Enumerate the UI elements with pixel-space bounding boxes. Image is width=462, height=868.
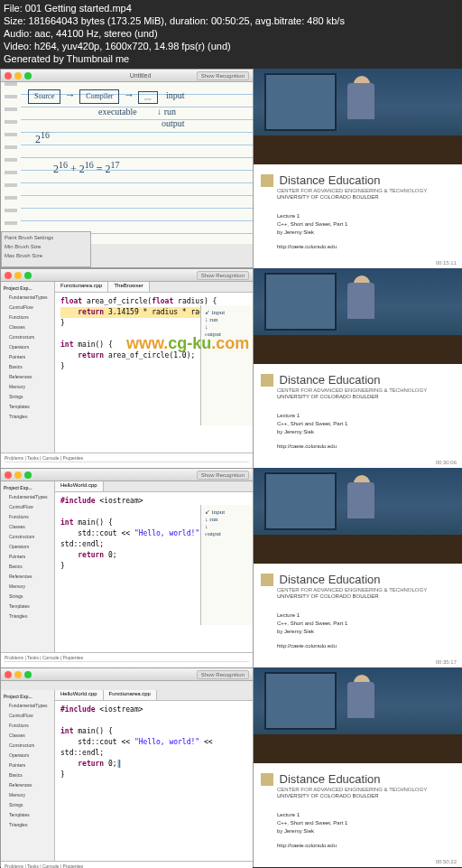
sidebar-item[interactable]: Templates <box>4 602 51 611</box>
project-explorer[interactable]: Project Exp... FundamentalTypes ControlF… <box>1 481 55 652</box>
sidebar-item[interactable]: Strings <box>4 392 51 402</box>
close-icon[interactable] <box>5 671 12 678</box>
close-icon[interactable] <box>5 471 12 479</box>
lecturer-body <box>347 83 374 119</box>
sidebar-item[interactable]: Memory <box>4 582 51 592</box>
sidebar-item[interactable]: Templates <box>4 402 51 412</box>
sidebar-item[interactable]: Memory <box>4 790 51 800</box>
sidebar-item[interactable]: Pointers <box>4 352 51 362</box>
sidebar-item[interactable]: Operators <box>4 751 51 761</box>
de-subtitle: CENTER FOR ADVANCED ENGINEERING & TECHNO… <box>277 787 455 792</box>
watermark: www.cg-ku.com <box>126 334 249 353</box>
sidebar-item[interactable]: Operators <box>4 342 51 352</box>
minimize-icon[interactable] <box>14 72 22 79</box>
sidebar-item[interactable]: Constructors <box>4 741 51 751</box>
sidebar-item[interactable]: Constructors <box>4 532 51 542</box>
code-editor[interactable]: HelloWorld.cpp #include <iostream> int m… <box>55 481 253 652</box>
notebook-canvas[interactable]: Source → Compiler → ⎯⎯ input executable … <box>1 82 253 244</box>
sidebar-item[interactable]: Functions <box>4 721 51 731</box>
sidebar-item[interactable]: Constructors <box>4 332 51 342</box>
podium-desk <box>254 535 462 564</box>
console-panel[interactable]: Problems | Tasks | Console | Properties … <box>1 861 253 868</box>
de-university: UNIVERSITY OF COLORADO BOULDER <box>277 194 455 200</box>
editor-tabs: Functionarea.cpp TheBrowser <box>55 282 253 293</box>
tab-functionarea[interactable]: Functionarea.cpp <box>104 690 157 700</box>
de-title: Distance Education <box>280 173 381 187</box>
show-recognition-button[interactable]: Show Recognition <box>197 471 249 480</box>
sidebar-item[interactable]: Triangles <box>4 820 51 830</box>
minimize-icon[interactable] <box>14 671 22 678</box>
sidebar-item[interactable]: ControlFlow <box>4 502 51 512</box>
close-icon[interactable] <box>5 272 12 279</box>
sidebar-item[interactable]: Functions <box>4 512 51 522</box>
maximize-icon[interactable] <box>24 72 32 79</box>
code-text[interactable]: #include <iostream> int main() { std::co… <box>55 701 253 784</box>
project-explorer[interactable]: Project Exp... FundamentalTypes ControlF… <box>1 282 55 453</box>
console-tabs[interactable]: Problems | Tasks | Console | Properties <box>5 863 249 868</box>
show-recognition-button[interactable]: Show Recognition <box>197 271 249 280</box>
show-recognition-button[interactable]: Show Recognition <box>197 71 249 80</box>
sidebar-item[interactable]: References <box>4 572 51 582</box>
window-title: Untitled <box>130 72 152 79</box>
editor-tabs: HelloWorld.cpp Functionarea.cpp <box>55 690 253 701</box>
sidebar-item[interactable]: Strings <box>4 592 51 602</box>
sidebar-item[interactable]: Pointers <box>4 761 51 770</box>
projector-screen <box>264 472 337 530</box>
sidebar-item[interactable]: FundamentalTypes <box>4 492 51 502</box>
minimize-icon[interactable] <box>14 272 22 279</box>
sidebar-item[interactable]: Pointers <box>4 552 51 562</box>
sidebar-item[interactable]: Operators <box>4 542 51 552</box>
lecture-info: Lecture 1 C++, Short and Sweet, Part 1 b… <box>277 212 455 237</box>
lecture-info: Lecture 1 C++, Short and Sweet, Part 1 b… <box>277 412 455 436</box>
sidebar-item[interactable]: References <box>4 372 51 382</box>
video-line: Video: h264, yuv420p, 1600x720, 14.98 fp… <box>4 40 345 52</box>
code-editor[interactable]: HelloWorld.cpp Functionarea.cpp #include… <box>55 690 253 861</box>
sidebar-item[interactable]: Triangles <box>4 611 51 621</box>
mini-notebook-overlay: ↙ input ↓ run ↓ output <box>200 305 253 425</box>
tab-browser[interactable]: TheBrowser <box>108 282 149 292</box>
sidebar-item[interactable]: Strings <box>4 800 51 810</box>
sidebar-item[interactable]: Basics <box>4 362 51 372</box>
classroom-video <box>254 268 462 364</box>
maximize-icon[interactable] <box>24 272 32 279</box>
projector-screen <box>264 273 337 331</box>
show-recognition-button[interactable]: Show Recognition <box>197 670 249 679</box>
lecture-info: Lecture 1 C++, Short and Sweet, Part 1 b… <box>277 811 455 835</box>
sidebar-item[interactable]: References <box>4 780 51 790</box>
sidebar-item[interactable]: Templates <box>4 810 51 820</box>
sidebar-item[interactable]: Basics <box>4 770 51 780</box>
sidebar-item[interactable]: Functions <box>4 313 51 322</box>
sidebar-item[interactable]: Classes <box>4 322 51 332</box>
lecture-info: Lecture 1 C++, Short and Sweet, Part 1 b… <box>277 611 455 636</box>
maximize-icon[interactable] <box>24 671 32 678</box>
cu-logo-icon <box>261 773 273 786</box>
sidebar-item[interactable]: Basics <box>4 562 51 572</box>
de-subtitle: CENTER FOR ADVANCED ENGINEERING & TECHNO… <box>277 188 455 193</box>
console-tabs[interactable]: Problems | Tasks | Console | Properties <box>5 655 249 662</box>
console-tabs[interactable]: Problems | Tasks | Console | Properties <box>5 455 249 462</box>
minimize-icon[interactable] <box>14 471 22 479</box>
tab-helloworld[interactable]: HelloWorld.cpp <box>55 481 104 491</box>
de-title: Distance Education <box>280 573 381 586</box>
traffic-lights-4 <box>5 671 32 678</box>
eclipse-window-2: Show Recognition Project Exp... Fundamen… <box>0 468 254 667</box>
audio-line: Audio: aac, 44100 Hz, stereo (und) <box>4 27 345 40</box>
url-text: http://caete.colorado.edu <box>277 643 455 649</box>
maximize-icon[interactable] <box>24 471 32 479</box>
sidebar-item[interactable]: ControlFlow <box>4 303 51 313</box>
title-card-3: Distance Education CENTER FOR ADVANCED E… <box>254 564 462 667</box>
code-editor[interactable]: Functionarea.cpp TheBrowser float area_o… <box>55 282 253 453</box>
tab-functionarea[interactable]: Functionarea.cpp <box>55 282 108 292</box>
de-university: UNIVERSITY OF COLORADO BOULDER <box>277 793 455 798</box>
sidebar-item[interactable]: Classes <box>4 522 51 532</box>
sidebar-item[interactable]: FundamentalTypes <box>4 701 51 711</box>
sidebar-item[interactable]: ControlFlow <box>4 711 51 721</box>
tab-helloworld[interactable]: HelloWorld.cpp <box>55 690 104 700</box>
close-icon[interactable] <box>5 72 12 79</box>
sidebar-item[interactable]: FundamentalTypes <box>4 293 51 303</box>
handwritten-content: Source → Compiler → ⎯⎯ input executable … <box>26 88 185 177</box>
sidebar-item[interactable]: Classes <box>4 731 51 741</box>
sidebar-item[interactable]: Triangles <box>4 412 51 422</box>
sidebar-item[interactable]: Memory <box>4 382 51 392</box>
project-explorer[interactable]: Project Exp... FundamentalTypes ControlF… <box>1 690 55 861</box>
